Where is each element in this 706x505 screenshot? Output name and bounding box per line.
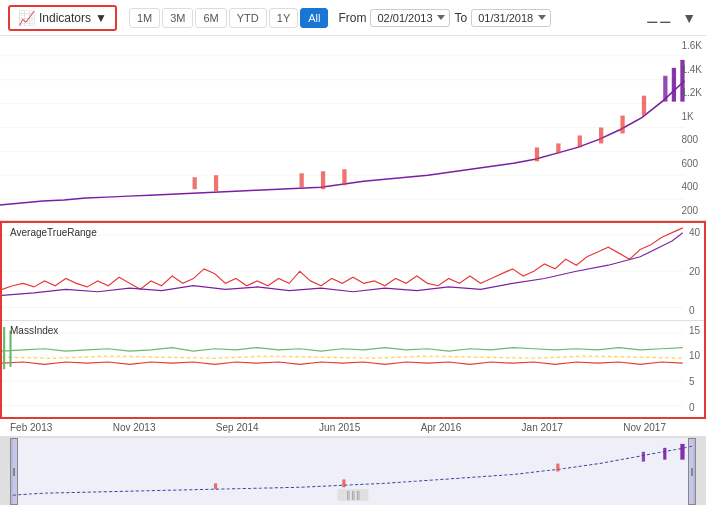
svg-rect-37 [642,452,645,462]
period-buttons: 1M 3M 6M YTD 1Y All [129,8,329,28]
svg-rect-11 [342,169,346,185]
svg-rect-35 [342,479,345,487]
settings-icon-button[interactable]: ▼ [680,8,698,28]
primary-chart-svg [0,36,706,220]
indicator-panels: AverageTrueRange 40 20 0 MassIndex [0,221,706,419]
svg-rect-39 [680,444,684,460]
to-label: To [454,11,467,25]
svg-rect-17 [642,96,646,116]
indicators-label: Indicators [39,11,91,25]
x-label-4: Apr 2016 [421,422,462,433]
x-label-3: Jun 2015 [319,422,360,433]
x-label-6: Nov 2017 [623,422,666,433]
massindex-panel: MassIndex 15 10 5 0 [2,321,704,418]
from-date-select[interactable]: 02/01/2013 [370,9,450,27]
indicators-button[interactable]: 📈 Indicators ▼ [8,5,117,31]
atr-svg [2,223,704,320]
svg-rect-13 [556,143,560,153]
navigator-left-handle[interactable]: ‖ [10,438,18,505]
svg-rect-18 [663,76,667,102]
chart-container: 1.6K 1.4K 1.2K 1K 800 600 400 200 Averag… [0,36,706,505]
chart-icon: 📈 [18,10,35,26]
period-1m[interactable]: 1M [129,8,160,28]
period-all[interactable]: All [300,8,328,28]
toolbar: 📈 Indicators ▼ 1M 3M 6M YTD 1Y All From … [0,0,706,36]
x-label-0: Feb 2013 [10,422,52,433]
primary-chart: 1.6K 1.4K 1.2K 1K 800 600 400 200 [0,36,706,221]
toolbar-icons: ⚊⚊ ▼ [644,8,698,28]
date-range: From 02/01/2013 To 01/31/2018 [338,9,551,27]
svg-rect-16 [620,116,624,134]
period-3m[interactable]: 3M [162,8,193,28]
svg-rect-15 [599,128,603,144]
atr-label: AverageTrueRange [10,227,97,238]
svg-rect-19 [672,68,676,102]
x-label-5: Jan 2017 [522,422,563,433]
period-1y[interactable]: 1Y [269,8,298,28]
svg-rect-10 [321,171,325,189]
navigator-center-handle[interactable]: ‖‖‖ [338,489,369,501]
svg-rect-9 [300,173,304,187]
navigator: ‖ ‖ ‖‖‖ [0,437,706,505]
atr-panel: AverageTrueRange 40 20 0 [2,223,704,321]
svg-rect-34 [214,483,217,489]
massindex-label: MassIndex [10,325,58,336]
navigator-right-handle[interactable]: ‖ [688,438,696,505]
svg-rect-7 [193,177,197,189]
massindex-svg [2,321,704,418]
to-date-select[interactable]: 01/31/2018 [471,9,551,27]
compare-icon-button[interactable]: ⚊⚊ [644,8,674,28]
svg-rect-38 [663,448,666,460]
period-ytd[interactable]: YTD [229,8,267,28]
period-6m[interactable]: 6M [195,8,226,28]
x-label-2: Sep 2014 [216,422,259,433]
svg-rect-20 [680,60,684,102]
svg-rect-36 [556,464,559,472]
svg-rect-8 [214,175,218,191]
chevron-down-icon: ▼ [95,11,107,25]
svg-rect-12 [535,147,539,161]
from-label: From [338,11,366,25]
x-axis: Feb 2013 Nov 2013 Sep 2014 Jun 2015 Apr … [0,419,706,437]
x-label-1: Nov 2013 [113,422,156,433]
svg-rect-14 [578,135,582,147]
